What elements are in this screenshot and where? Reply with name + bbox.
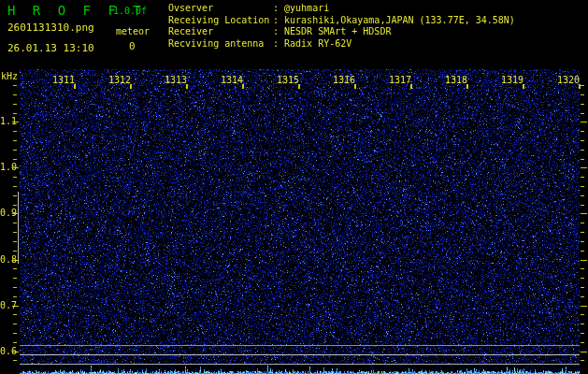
time-tick-label: 1320 [557, 76, 580, 84]
freq-minor-tick-left [13, 342, 17, 343]
freq-minor-tick-right [581, 140, 584, 141]
freq-minor-tick-left [13, 195, 17, 196]
spectrogram-canvas [0, 0, 588, 374]
info-separator: : [273, 26, 279, 36]
info-row-antenna: Recviving antenna:Radix RY-62V [168, 37, 515, 50]
freq-major-tick-right [581, 306, 587, 307]
freq-major-tick-right [581, 352, 587, 352]
freq-minor-tick-right [581, 268, 584, 269]
freq-minor-tick-right [581, 205, 584, 206]
freq-minor-tick-right [581, 186, 584, 187]
freq-minor-tick-right [581, 159, 584, 160]
app-version: 1.0.0f [113, 6, 147, 16]
freq-minor-tick-left [13, 296, 17, 297]
freq-minor-tick-right [581, 333, 584, 334]
freq-minor-tick-left [13, 268, 17, 269]
freq-tick-label: 0.6 [0, 347, 12, 356]
time-tick-label: 1313 [165, 76, 187, 84]
station-info: Ovserver:@yuhmari Receiving Location:kur… [168, 2, 515, 50]
freq-minor-tick-right [581, 232, 584, 233]
freq-minor-tick-right [581, 223, 584, 223]
freq-major-tick-right [581, 213, 587, 214]
freq-minor-tick-right [581, 195, 584, 196]
time-tick-label: 1319 [501, 76, 523, 84]
info-row-observer: Ovserver:@yuhmari [168, 2, 515, 14]
time-tick-label: 1311 [52, 76, 75, 84]
freq-minor-tick-right [581, 241, 584, 242]
freq-major-tick-right [581, 122, 587, 122]
freq-minor-tick-right [581, 324, 584, 324]
info-value: NESDR SMArt + HDSDR [284, 26, 391, 36]
freq-unit-label: kHz [1, 71, 18, 81]
freq-minor-tick-left [13, 205, 17, 206]
freq-minor-tick-right [581, 287, 584, 288]
reference-line-upper [20, 345, 580, 346]
freq-minor-tick-left [13, 278, 17, 279]
info-separator: : [273, 38, 279, 49]
freq-minor-tick-right [581, 278, 584, 279]
freq-minor-tick-left [13, 104, 17, 105]
freq-minor-tick-right [581, 314, 584, 315]
freq-tick-label: 0.8 [0, 255, 12, 265]
time-tick-label: 1316 [333, 76, 355, 84]
freq-minor-tick-left [13, 85, 17, 86]
freq-minor-tick-left [13, 150, 17, 151]
freq-major-tick-right [581, 167, 587, 168]
freq-minor-tick-left [13, 159, 17, 160]
observation-datetime: 26.01.13 13:10 [7, 42, 94, 54]
time-tick-label: 1315 [277, 76, 299, 84]
info-separator: : [273, 15, 279, 25]
freq-minor-tick-right [581, 150, 584, 151]
freq-minor-tick-right [581, 94, 584, 95]
time-tick-label: 1318 [445, 76, 467, 84]
freq-tick-label: 0.7 [0, 301, 12, 310]
freq-minor-tick-left [13, 186, 17, 187]
freq-minor-tick-left [13, 287, 17, 288]
freq-minor-tick-right [581, 177, 584, 178]
freq-minor-tick-right [581, 113, 584, 114]
output-filename: 2601131310.png [7, 22, 94, 34]
freq-minor-tick-right [581, 342, 584, 343]
info-label: Receiving Location [168, 15, 273, 25]
freq-minor-tick-right [581, 251, 584, 252]
freq-minor-tick-left [13, 251, 17, 252]
time-tick-label: 1314 [221, 76, 243, 84]
freq-minor-tick-left [13, 314, 17, 315]
freq-minor-tick-left [13, 333, 17, 334]
info-separator: : [273, 3, 279, 13]
freq-tick-label: 1.0 [0, 163, 12, 172]
freq-minor-tick-left [13, 241, 17, 242]
freq-minor-tick-left [13, 140, 17, 141]
freq-minor-tick-left [13, 131, 17, 132]
freq-minor-tick-left [13, 113, 17, 114]
meteor-count-value: 0 [129, 40, 136, 52]
freq-minor-tick-left [13, 94, 17, 95]
info-value: kurashiki,Okayama,JAPAN (133.77E, 34.58N… [284, 15, 515, 25]
freq-minor-tick-left [13, 177, 17, 178]
freq-major-tick-right [581, 260, 587, 261]
info-value: Radix RY-62V [284, 38, 351, 49]
freq-minor-tick-left [13, 223, 17, 223]
info-label: Ovserver [168, 3, 273, 13]
freq-minor-tick-right [581, 104, 584, 105]
info-label: Recviving antenna [168, 38, 273, 49]
freq-minor-tick-left [13, 232, 17, 233]
freq-minor-tick-right [581, 360, 584, 361]
info-label: Receiver [168, 26, 273, 36]
info-row-location: Receiving Location:kurashiki,Okayama,JAP… [168, 14, 515, 26]
reference-line-lower [20, 364, 580, 365]
freq-tick-label: 0.9 [0, 209, 12, 218]
freq-tick-label: 1.1 [0, 117, 12, 126]
freq-minor-tick-right [581, 85, 584, 86]
freq-minor-tick-right [581, 296, 584, 297]
freq-minor-tick-right [581, 131, 584, 132]
info-row-receiver: Receiver:NESDR SMArt + HDSDR [168, 25, 515, 37]
time-tick-label: 1317 [389, 76, 411, 84]
meteor-counter-label: meteor [116, 26, 150, 36]
info-value: @yuhmari [284, 3, 329, 13]
reference-line-middle [20, 354, 580, 355]
freq-minor-tick-left [13, 360, 17, 361]
hrofft-screen: H R O F F T 1.0.0f 2601131310.png meteor… [0, 0, 588, 374]
scale-bar [18, 192, 19, 264]
freq-minor-tick-left [13, 324, 17, 324]
